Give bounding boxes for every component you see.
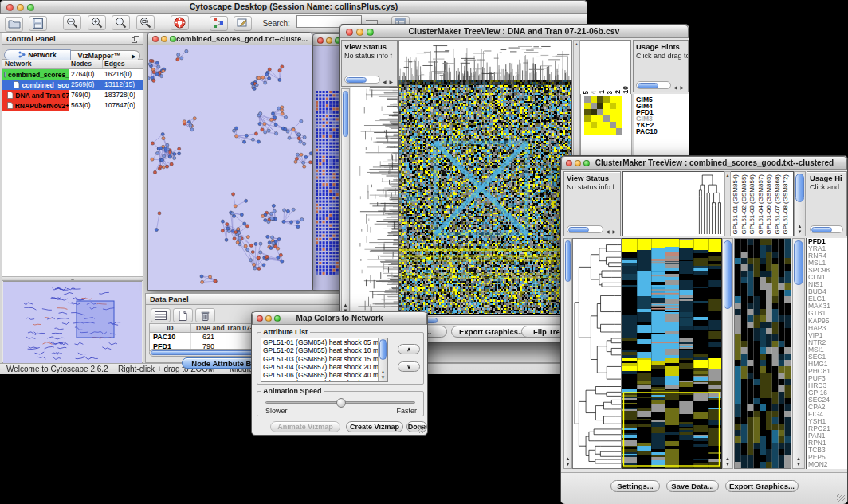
treeview-dna-titlebar[interactable]: ClusterMaker TreeView : DNA and Tran 07-… (340, 25, 689, 38)
column-label[interactable]: GPL51-08 (GSM872) (782, 174, 791, 235)
matrix-cell[interactable] (610, 122, 616, 128)
attribute-listbox[interactable]: GPL51-01 (GSM854) heat shock 05 minGPL51… (261, 338, 388, 382)
attribute-list-item[interactable]: GPL51-06 (GSM865) heat shock 40 min (261, 371, 378, 379)
matrix-cell[interactable] (616, 109, 622, 115)
gene-label[interactable]: MON2 (807, 461, 847, 468)
zoom-matrix[interactable] (584, 96, 622, 135)
attribute-list-item[interactable]: GPL51-02 (GSM855) heat shock 10 min (261, 346, 378, 354)
close-icon[interactable] (317, 37, 324, 44)
create-vizmap-button[interactable]: Create Vizmap (346, 421, 403, 432)
column-dendrogram[interactable] (622, 171, 724, 236)
network-row[interactable]: DNA and Tran 07769(0)183728(0) (2, 90, 143, 100)
matrix-cell[interactable] (616, 122, 622, 128)
zoom-in-button[interactable] (88, 15, 106, 30)
zoom-window-icon[interactable] (367, 29, 374, 36)
global-heatmap[interactable] (398, 80, 572, 315)
attribute-list-item[interactable]: GPL51-03 (GSM856) heat shock 15 min (261, 355, 378, 363)
new-attribute-button[interactable] (173, 308, 193, 322)
matrix-cell[interactable] (597, 109, 603, 115)
matrix-cell[interactable] (597, 103, 603, 109)
save-session-button[interactable] (29, 16, 47, 31)
resize-grip[interactable] (418, 425, 427, 435)
close-icon[interactable] (152, 36, 159, 42)
mid-scroll-strip[interactable]: ▲ (724, 171, 731, 236)
treeview-combined-left-scrollbar[interactable] (563, 238, 572, 469)
save-data-button[interactable]: Save Data... (666, 480, 719, 492)
export-graphics-button[interactable]: Export Graphics... (451, 326, 532, 338)
close-icon[interactable] (6, 4, 14, 11)
zoom-heatmap[interactable] (734, 238, 791, 469)
row-dendrogram[interactable] (572, 238, 622, 469)
col-edges[interactable]: Edges (103, 60, 143, 68)
minimize-icon[interactable] (326, 37, 332, 44)
treeview-dna-left-scrollbar[interactable] (341, 88, 350, 315)
matrix-cell[interactable] (616, 128, 622, 135)
open-session-button[interactable] (5, 17, 23, 32)
treeview-combined-titlebar[interactable]: ClusterMaker TreeView : combined_scores_… (561, 156, 847, 170)
zoom-heatmap-scrollbar[interactable] (792, 238, 805, 469)
column-label[interactable]: GPL51-03 (GSM856) (748, 174, 757, 235)
minimize-icon[interactable] (265, 315, 272, 322)
matrix-cell[interactable] (584, 109, 591, 115)
birdseye-view[interactable] (3, 281, 142, 362)
minimize-icon[interactable] (161, 36, 167, 42)
speed-slider[interactable] (265, 401, 415, 404)
animate-vizmap-button[interactable]: Animate Vizmap (270, 421, 340, 432)
matrix-cell[interactable] (603, 103, 610, 109)
zoom-selected-button[interactable] (112, 15, 130, 30)
usage-hints-scrollbar[interactable] (810, 225, 843, 233)
global-heatmap[interactable] (622, 238, 722, 469)
column-label[interactable]: GPL51-01 (GSM854) (732, 174, 740, 235)
network-row[interactable]: RNAPuberNov2+563(0)107847(0) (2, 100, 143, 111)
zoom-window-icon[interactable] (274, 315, 281, 322)
column-label[interactable]: GPL51-04 (GSM857) (757, 174, 766, 235)
global-heatmap-canvas[interactable] (622, 239, 721, 468)
matrix-cell[interactable] (616, 96, 622, 103)
birdseye-canvas[interactable] (3, 282, 142, 363)
matrix-cell[interactable] (603, 96, 610, 103)
matrix-cell[interactable] (616, 103, 622, 109)
speed-slider-thumb[interactable] (336, 398, 346, 408)
matrix-cell[interactable] (597, 128, 603, 135)
group-tool-button[interactable] (210, 16, 228, 31)
matrix-cell[interactable] (584, 122, 591, 128)
network-canvas[interactable] (148, 45, 312, 290)
settings-button[interactable]: Settings... (610, 480, 660, 492)
matrix-cell[interactable] (591, 103, 597, 109)
zoom-window-icon[interactable] (170, 36, 176, 42)
attribute-list-item[interactable]: GPL51-04 (GSM857) heat shock 20 min (261, 363, 378, 371)
matrix-cell[interactable] (603, 115, 610, 122)
col-id[interactable]: ID (150, 324, 191, 332)
minimize-icon[interactable] (17, 4, 24, 11)
matrix-cell[interactable] (584, 103, 591, 109)
matrix-cell[interactable] (610, 109, 616, 115)
help-button[interactable] (171, 15, 189, 30)
view-status-scrollbar[interactable] (567, 225, 617, 233)
matrix-cell[interactable] (584, 115, 591, 122)
column-label[interactable]: GPL51-06 (GSM865) (765, 174, 774, 235)
minimize-icon[interactable] (575, 160, 581, 166)
close-icon[interactable] (257, 315, 263, 322)
zoom-fit-button[interactable] (136, 15, 155, 30)
resize-grip[interactable] (837, 494, 846, 503)
close-icon[interactable] (566, 160, 572, 166)
matrix-cell[interactable] (610, 115, 616, 122)
close-icon[interactable] (346, 29, 353, 36)
row-dendrogram-canvas[interactable] (351, 87, 398, 315)
move-down-button[interactable]: ∨ (398, 361, 420, 372)
table-mode-button[interactable] (151, 308, 171, 322)
move-up-button[interactable]: ∧ (398, 344, 420, 354)
global-heatmap-scrollbar[interactable] (722, 238, 733, 469)
matrix-cell[interactable] (610, 128, 616, 135)
column-dendrogram[interactable] (398, 40, 572, 80)
col-network[interactable]: Network (2, 60, 69, 68)
attribute-list-item[interactable]: GPL51-07 (GSM868) heat shock 60 min (261, 379, 378, 381)
attribute-list-item[interactable]: GPL51-01 (GSM854) heat shock 05 min (261, 338, 378, 346)
tab-network[interactable]: Network (4, 49, 71, 61)
row-dendrogram[interactable] (351, 86, 398, 315)
column-dendrogram-canvas[interactable] (399, 41, 571, 80)
matrix-cell[interactable] (597, 122, 603, 128)
matrix-cell[interactable] (591, 128, 597, 135)
column-dendrogram-canvas[interactable] (623, 172, 724, 236)
map-colors-titlebar[interactable]: Map Colors to Network (252, 311, 427, 325)
